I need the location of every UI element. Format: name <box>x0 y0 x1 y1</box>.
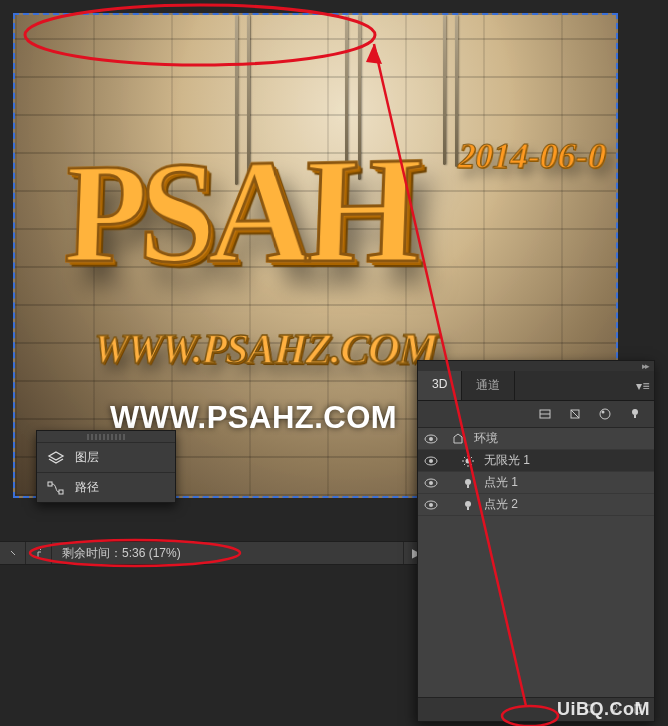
scene-row-point-light-1[interactable]: 点光 1 <box>418 472 654 494</box>
filter-scene-icon[interactable] <box>538 407 552 421</box>
svg-point-28 <box>429 503 433 507</box>
svg-point-13 <box>429 459 433 463</box>
dropdown-icon <box>10 548 15 558</box>
eye-icon <box>424 500 438 510</box>
scene-item-label: 点光 1 <box>478 474 518 491</box>
collapse-icon[interactable]: ▸▸ <box>642 361 648 371</box>
scene-row-point-light-2[interactable]: 点光 2 <box>418 494 654 516</box>
svg-point-11 <box>429 437 433 441</box>
svg-point-25 <box>465 479 471 485</box>
svg-point-14 <box>466 458 471 463</box>
svg-point-8 <box>632 409 638 415</box>
panel-toolbar <box>418 401 654 428</box>
visibility-toggle[interactable] <box>418 456 444 466</box>
point-light-icon <box>458 477 478 489</box>
panel-tabs: 3D 通道 ▾≡ <box>418 371 654 401</box>
paths-icon <box>47 481 65 495</box>
main-3d-text: PSAH <box>63 127 618 287</box>
paths-label: 路径 <box>75 479 99 496</box>
status-bar: 剩余时间：5:36 (17%) ▶ <box>0 541 430 565</box>
scene-row-environment[interactable]: 环境 <box>418 428 654 450</box>
filter-light-icon[interactable] <box>628 407 642 421</box>
panel-3d[interactable]: ▸▸ 3D 通道 ▾≡ 环境 无限光 1 点光 1 点光 2 <box>417 360 655 722</box>
svg-rect-9 <box>634 415 636 418</box>
infinite-light-icon <box>458 455 478 467</box>
svg-line-21 <box>464 463 465 464</box>
scene-item-label: 点光 2 <box>478 496 518 513</box>
scene-list: 环境 无限光 1 点光 1 点光 2 <box>418 428 654 697</box>
svg-line-20 <box>471 463 472 464</box>
svg-line-5 <box>571 410 579 418</box>
svg-line-19 <box>464 457 465 458</box>
drag-handle-icon[interactable] <box>87 434 125 440</box>
paths-item[interactable]: 路径 <box>37 472 175 502</box>
layers-label: 图层 <box>75 449 99 466</box>
panel-topbar[interactable]: ▸▸ <box>418 361 654 371</box>
tab-channels[interactable]: 通道 <box>462 371 515 400</box>
layers-icon <box>47 451 65 465</box>
status-segment[interactable] <box>26 542 52 564</box>
svg-rect-0 <box>48 482 52 486</box>
eye-icon <box>424 456 438 466</box>
share-icon <box>36 547 41 559</box>
scene-row-infinite-light[interactable]: 无限光 1 <box>418 450 654 472</box>
svg-point-7 <box>602 411 605 414</box>
svg-point-29 <box>465 501 471 507</box>
sub-3d-text: WWW.PSAHZ.COM <box>93 324 439 374</box>
page-watermark: UiBQ.CoM <box>557 699 650 720</box>
scene-item-label: 环境 <box>468 430 498 447</box>
visibility-toggle[interactable] <box>418 478 444 488</box>
visibility-toggle[interactable] <box>418 434 444 444</box>
environment-icon <box>448 433 468 445</box>
svg-rect-1 <box>59 490 63 494</box>
filter-material-icon[interactable] <box>598 407 612 421</box>
layers-item[interactable]: 图层 <box>37 442 175 472</box>
svg-rect-26 <box>467 485 469 488</box>
visibility-toggle[interactable] <box>418 500 444 510</box>
render-progress-text: 剩余时间：5:36 (17%) <box>52 542 404 564</box>
eye-icon <box>424 434 438 444</box>
tab-3d[interactable]: 3D <box>418 371 462 400</box>
svg-rect-30 <box>467 507 469 510</box>
svg-point-6 <box>600 409 610 419</box>
panel-menu-button[interactable]: ▾≡ <box>632 371 654 400</box>
point-light-icon <box>458 499 478 511</box>
filter-mesh-icon[interactable] <box>568 407 582 421</box>
status-segment[interactable] <box>0 542 26 564</box>
svg-line-22 <box>471 457 472 458</box>
eye-icon <box>424 478 438 488</box>
svg-point-24 <box>429 481 433 485</box>
layers-popup[interactable]: 图层 路径 <box>36 430 176 503</box>
scene-item-label: 无限光 1 <box>478 452 530 469</box>
